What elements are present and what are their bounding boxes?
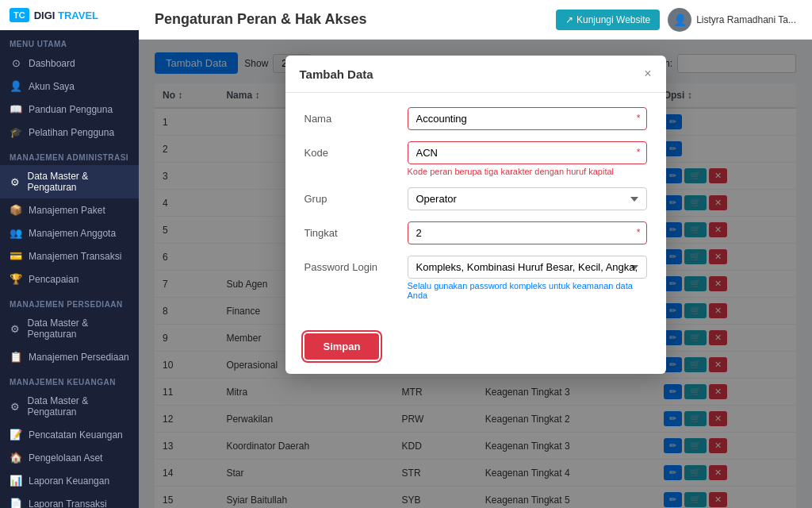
simpan-button[interactable]: Simpan bbox=[304, 333, 380, 360]
sidebar-icon: 🏆 bbox=[10, 273, 22, 285]
nama-required-star: * bbox=[637, 113, 641, 124]
modal-overlay: Tambah Data × Nama * bbox=[139, 40, 812, 508]
tingkat-input[interactable] bbox=[408, 221, 647, 244]
kode-input[interactable] bbox=[408, 141, 647, 164]
kode-hint: Kode peran berupa tiga karakter dengan h… bbox=[408, 167, 647, 176]
external-link-icon: ↗ bbox=[565, 14, 573, 25]
sidebar-item[interactable]: ⚙Data Master & Pengaturan bbox=[0, 165, 139, 198]
sidebar-item[interactable]: 💳Manajemen Transaksi bbox=[0, 244, 139, 267]
sidebar-icon: 📄 bbox=[10, 498, 22, 508]
sidebar: TC DIGI TRAVEL MENU UTAMA⊙Dashboard👤Akun… bbox=[0, 0, 139, 508]
modal-tambah-data: Tambah Data × Nama * bbox=[285, 56, 666, 374]
nama-wrap: * bbox=[408, 107, 647, 130]
tingkat-label: Tingkat bbox=[304, 221, 400, 239]
modal-footer: Simpan bbox=[285, 325, 666, 374]
password-label: Password Login bbox=[304, 256, 400, 273]
grup-select[interactable]: Operator Keagenan bbox=[408, 187, 647, 210]
tingkat-wrap: * bbox=[408, 221, 647, 244]
sidebar-item[interactable]: 🎓Pelatihan Pengguna bbox=[0, 121, 139, 144]
sidebar-item[interactable]: 📦Manajemen Paket bbox=[0, 198, 139, 221]
logo-icon: TC bbox=[10, 8, 29, 22]
sidebar-item-label: Pencapaian bbox=[29, 274, 79, 285]
sidebar-item-label: Dashboard bbox=[29, 58, 75, 69]
kode-required-star: * bbox=[637, 147, 641, 158]
form-row-password: Password Login Kompleks, Kombinasi Huruf… bbox=[304, 256, 647, 300]
sidebar-item-label: Manajemen Persediaan bbox=[29, 352, 129, 363]
sidebar-section-title: MENU UTAMA bbox=[0, 30, 139, 52]
sidebar-icon: 👤 bbox=[10, 80, 22, 92]
page-title: Pengaturan Peran & Hak Akses bbox=[155, 11, 366, 28]
sidebar-icon: 🏠 bbox=[10, 452, 22, 464]
sidebar-icon: 📦 bbox=[10, 204, 22, 216]
logo: TC DIGI TRAVEL bbox=[0, 0, 139, 30]
sidebar-icon: ⚙ bbox=[10, 401, 21, 413]
user-menu[interactable]: 👤 Listyra Ramadhani Ta... bbox=[668, 8, 796, 32]
sidebar-icon: 👥 bbox=[10, 227, 22, 239]
main-area: Pengaturan Peran & Hak Akses ↗ Kunjungi … bbox=[139, 0, 812, 508]
header-right: ↗ Kunjungi Website 👤 Listyra Ramadhani T… bbox=[556, 8, 796, 32]
sidebar-icon: 🎓 bbox=[10, 126, 22, 138]
visit-website-button[interactable]: ↗ Kunjungi Website bbox=[556, 10, 660, 30]
logo-text: DIGI TRAVEL bbox=[34, 10, 98, 21]
sidebar-item-label: Data Master & Pengaturan bbox=[27, 395, 129, 418]
sidebar-item-label: Laporan Transaksi bbox=[29, 498, 107, 509]
sidebar-item[interactable]: 👥Manajemen Anggota bbox=[0, 221, 139, 244]
nama-label: Nama bbox=[304, 107, 400, 125]
sidebar-item-label: Data Master & Pengaturan bbox=[27, 171, 129, 193]
password-hint: Selalu gunakan password kompleks untuk k… bbox=[408, 281, 647, 300]
sidebar-item[interactable]: 🏆Pencapaian bbox=[0, 267, 139, 291]
modal-close-button[interactable]: × bbox=[644, 67, 651, 81]
sidebar-icon: ⚙ bbox=[10, 176, 21, 188]
content-area: Tambah Data Show 251050 Search: No ↕ Nam… bbox=[139, 40, 812, 508]
sidebar-item-label: Pelatihan Pengguna bbox=[29, 127, 114, 138]
header: Pengaturan Peran & Hak Akses ↗ Kunjungi … bbox=[139, 0, 812, 40]
modal-body: Nama * Kode bbox=[285, 93, 666, 325]
sidebar-item-label: Pengelolaan Aset bbox=[29, 452, 102, 464]
sidebar-icon: 💳 bbox=[10, 250, 22, 262]
sidebar-icon: 📋 bbox=[10, 351, 22, 363]
nama-input[interactable] bbox=[408, 107, 647, 130]
sidebar-item[interactable]: 📄Laporan Transaksi bbox=[0, 492, 139, 508]
sidebar-item[interactable]: 📊Laporan Keuangan bbox=[0, 469, 139, 492]
sidebar-item[interactable]: 📋Manajemen Persediaan bbox=[0, 345, 139, 368]
sidebar-icon: 📖 bbox=[10, 103, 22, 115]
sidebar-icon: 📝 bbox=[10, 429, 22, 441]
sidebar-section-title: MANAJEMEN PERSEDIAAN bbox=[0, 291, 139, 312]
sidebar-item-label: Pencatatan Keuangan bbox=[29, 429, 123, 441]
sidebar-icon: ⊙ bbox=[10, 57, 22, 69]
grup-label: Grup bbox=[304, 187, 400, 205]
kode-wrap: * Kode peran berupa tiga karakter dengan… bbox=[408, 141, 647, 176]
sidebar-item-label: Laporan Keuangan bbox=[29, 475, 109, 487]
sidebar-item-label: Panduan Pengguna bbox=[29, 104, 113, 115]
sidebar-item-label: Manajemen Anggota bbox=[29, 228, 116, 239]
form-row-nama: Nama * bbox=[304, 107, 647, 130]
user-name: Listyra Ramadhani Ta... bbox=[696, 14, 796, 25]
sidebar-item[interactable]: 📝Pencatatan Keuangan bbox=[0, 423, 139, 446]
password-select[interactable]: Kompleks, Kombinasi Huruf Besar, Kecil, … bbox=[408, 256, 647, 279]
avatar: 👤 bbox=[668, 8, 691, 32]
sidebar-item[interactable]: 📖Panduan Pengguna bbox=[0, 98, 139, 121]
sidebar-item[interactable]: 👤Akun Saya bbox=[0, 75, 139, 98]
modal-title: Tambah Data bbox=[300, 67, 373, 81]
sidebar-item[interactable]: ⚙Data Master & Pengaturan bbox=[0, 312, 139, 345]
kode-label: Kode bbox=[304, 141, 400, 159]
form-row-tingkat: Tingkat * bbox=[304, 221, 647, 244]
sidebar-item-label: Akun Saya bbox=[29, 81, 75, 92]
sidebar-item-label: Manajemen Transaksi bbox=[29, 251, 121, 262]
sidebar-section-title: MANAJEMEN KEUANGAN bbox=[0, 368, 139, 390]
sidebar-icon: ⚙ bbox=[10, 323, 21, 335]
sidebar-section-title: MANAJEMEN ADMINISTRASI bbox=[0, 144, 139, 165]
password-wrap: Kompleks, Kombinasi Huruf Besar, Kecil, … bbox=[408, 256, 647, 300]
modal-header: Tambah Data × bbox=[285, 56, 666, 93]
form-row-grup: Grup Operator Keagenan bbox=[304, 187, 647, 210]
sidebar-item-label: Data Master & Pengaturan bbox=[27, 318, 129, 340]
sidebar-item[interactable]: ⊙Dashboard bbox=[0, 52, 139, 75]
form-row-kode: Kode * Kode peran berupa tiga karakter d… bbox=[304, 141, 647, 176]
sidebar-item-label: Manajemen Paket bbox=[29, 205, 105, 216]
sidebar-item[interactable]: 🏠Pengelolaan Aset bbox=[0, 446, 139, 469]
grup-wrap: Operator Keagenan bbox=[408, 187, 647, 210]
tingkat-required-star: * bbox=[637, 227, 641, 238]
sidebar-icon: 📊 bbox=[10, 475, 22, 487]
sidebar-item[interactable]: ⚙Data Master & Pengaturan bbox=[0, 390, 139, 423]
